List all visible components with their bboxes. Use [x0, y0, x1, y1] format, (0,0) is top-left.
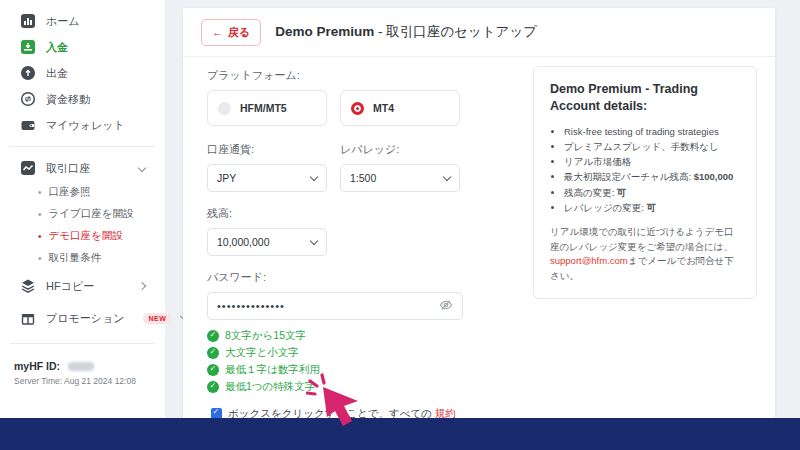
sidebar-subitem-open-live-account[interactable]: ライブ口座を開設 [0, 203, 165, 225]
chevron-down-icon [310, 173, 318, 181]
password-field[interactable]: •••••••••••••• [207, 292, 463, 320]
sidebar-divider [10, 343, 155, 344]
sidebar-item-deposit[interactable]: 入金 [0, 34, 165, 60]
leverage-value: 1:500 [350, 172, 376, 184]
sidebar-item-transfer[interactable]: 資金移動 [0, 86, 165, 112]
sidebar-subitem-label: 取引量条件 [49, 251, 102, 265]
chevron-down-icon [443, 173, 451, 181]
sidebar-subitem-label: ライブ口座を開設 [49, 207, 134, 221]
details-bullet: レバレッジの変更: 可 [564, 200, 740, 215]
sidebar-item-label: 資金移動 [46, 92, 90, 107]
check-circle-icon [207, 347, 219, 359]
back-button-label: 戻る [228, 25, 250, 40]
sidebar-item-trading-accounts[interactable]: 取引口座 [0, 155, 165, 181]
password-rule: 8文字から15文字 [207, 329, 463, 343]
balance-value: 10,000,000 [217, 236, 270, 248]
platform-option-label: MT4 [373, 102, 394, 114]
balance-label: 残高: [207, 206, 327, 221]
currency-select[interactable]: JPY [207, 164, 327, 192]
sidebar-item-label: 出金 [46, 66, 68, 81]
check-circle-icon [207, 364, 219, 376]
copy-layers-icon [20, 278, 36, 294]
details-note: リアル環境での取引に近づけるようデモ口座のレバレッジ変更をご希望の場合には、su… [550, 225, 740, 284]
sidebar-item-label: ホーム [46, 14, 80, 29]
password-label: パスワード: [207, 270, 463, 285]
details-title: Demo Premium - Trading Account details: [550, 81, 740, 115]
trading-accounts-icon [20, 160, 36, 176]
sidebar-subitem-account-overview[interactable]: 口座参照 [0, 181, 165, 203]
sidebar-item-label: 入金 [46, 40, 68, 55]
sidebar-divider [10, 146, 155, 147]
password-masked-value: •••••••••••••• [217, 300, 285, 312]
wallet-icon [20, 117, 36, 133]
chevron-right-icon [138, 282, 146, 290]
sidebar-item-withdraw[interactable]: 出金 [0, 60, 165, 86]
sidebar-subitem-open-demo-account[interactable]: デモ口座を開設 [0, 225, 165, 247]
details-bullet: プレミアムスプレッド、手数料なし [564, 139, 740, 154]
server-time: Server Time: Aug 21 2024 12:08 [14, 376, 151, 386]
myhf-id-label: myHF ID: [14, 360, 60, 372]
password-rule: 大文字と小文字 [207, 346, 463, 360]
home-chart-icon [20, 13, 36, 29]
details-bullet-list: Risk-free testing of trading strategies … [550, 124, 740, 215]
transfer-icon [20, 91, 36, 107]
main-content-card: ← 戻る Demo Premium - 取引口座のセットアップ プラットフォーム… [183, 8, 775, 418]
details-bullet: 残高の変更: 可 [564, 185, 740, 200]
myhf-id-value-redacted [68, 362, 94, 371]
sidebar-item-label: マイウォレット [46, 118, 125, 133]
details-bullet: Risk-free testing of trading strategies [564, 124, 740, 139]
balance-select[interactable]: 10,000,000 [207, 228, 327, 256]
sidebar-subitem-label: デモ口座を開設 [49, 229, 123, 243]
eye-off-icon[interactable] [439, 298, 453, 314]
support-email-link[interactable]: support@hfm.com [550, 255, 628, 266]
deposit-icon [20, 39, 36, 55]
sidebar-item-hf-copy[interactable]: HFコピー [0, 273, 165, 299]
currency-value: JPY [217, 172, 236, 184]
details-bullet: リアル市場価格 [564, 154, 740, 169]
currency-label: 口座通貨: [207, 142, 327, 157]
sidebar-item-label: HFコピー [46, 279, 94, 294]
platform-option-hfm-mt5[interactable]: HFM/MT5 [207, 90, 327, 126]
sidebar-item-label: プロモーション [46, 311, 125, 326]
sidebar-item-label: 取引口座 [46, 161, 90, 176]
sidebar-subitem-trading-volume-terms[interactable]: 取引量条件 [0, 247, 165, 269]
back-arrow-icon: ← [212, 26, 223, 38]
radio-unselected-icon [218, 102, 231, 115]
promotions-icon [20, 310, 36, 326]
check-circle-icon [207, 381, 219, 393]
platform-label: プラットフォーム: [207, 68, 463, 83]
details-bullet: 最大初期設定バーチャル残高: $100,000 [564, 169, 740, 184]
leverage-label: レバレッジ: [340, 142, 460, 157]
page-title: Demo Premium - 取引口座のセットアップ [275, 23, 537, 41]
sidebar-item-wallet[interactable]: マイウォレット [0, 112, 165, 138]
footer-bar [0, 418, 800, 450]
password-rule: 最低１字は数字利用 [207, 363, 463, 377]
back-button[interactable]: ← 戻る [201, 19, 261, 46]
myhf-info: myHF ID: Server Time: Aug 21 2024 12:08 [0, 352, 165, 386]
withdraw-icon [20, 65, 36, 81]
sidebar-item-home[interactable]: ホーム [0, 8, 165, 34]
password-rules-list: 8文字から15文字 大文字と小文字 最低１字は数字利用 最低1つの特殊文字 [207, 329, 463, 394]
sidebar-item-promotions[interactable]: プロモーション NEW [0, 305, 165, 331]
account-details-panel: Demo Premium - Trading Account details: … [533, 66, 757, 299]
account-setup-form: プラットフォーム: HFM/MT5 MT4 口座通貨: JPY レバレッジ: [207, 68, 463, 450]
page-header: ← 戻る Demo Premium - 取引口座のセットアップ [183, 8, 775, 57]
platform-option-mt4[interactable]: MT4 [340, 90, 460, 126]
chevron-down-icon [310, 237, 318, 245]
new-badge: NEW [143, 313, 173, 324]
sidebar-subitem-label: 口座参照 [49, 185, 91, 199]
chevron-down-icon [138, 164, 146, 172]
check-circle-icon [207, 330, 219, 342]
leverage-select[interactable]: 1:500 [340, 164, 460, 192]
password-rule: 最低1つの特殊文字 [207, 380, 463, 394]
platform-option-label: HFM/MT5 [240, 102, 287, 114]
sidebar: ホーム 入金 出金 資金移動 マイウォレット 取引口座 口座参照 [0, 0, 165, 418]
radio-selected-icon [351, 102, 364, 115]
